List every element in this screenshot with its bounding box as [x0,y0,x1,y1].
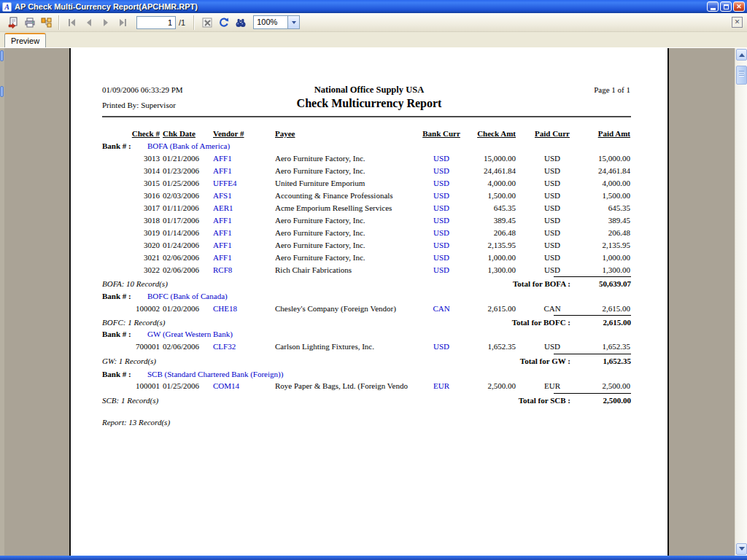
report-page: 01/09/2006 06:33:29 PM National Office S… [69,48,669,556]
paid-amount: 24,461.84 [554,166,630,175]
zoom-dropdown-button[interactable] [287,16,299,28]
check-date: 02/06/2006 [163,265,209,274]
binoculars-search-icon [235,17,247,28]
bank-name-link[interactable]: BOFC (Bank of Canada) [147,292,228,300]
next-page-icon [101,18,111,28]
check-number: 700001 [107,342,160,351]
group-total-label: Total for GW : [421,354,570,365]
check-amount: 1,300.00 [439,265,516,274]
check-amount: 2,500.00 [439,381,516,390]
vendor-link[interactable]: AFF1 [213,253,260,262]
table-row: 301602/03/2006AFS1Accounting & Finance P… [71,191,667,202]
check-amount: 1,652.35 [439,342,516,351]
toggle-group-tree-button[interactable] [38,15,55,31]
group-tree-splitter[interactable] [0,48,4,556]
paid-amount: 645.35 [554,203,630,212]
paid-amount: 1,500.00 [554,191,630,200]
col-payee: Payee [275,129,417,138]
payee: Aero Furniture Factory, Inc. [275,241,417,249]
app-icon: A [2,2,12,12]
tab-preview[interactable]: Preview [4,33,46,47]
payee: Aero Furniture Factory, Inc. [275,216,417,225]
check-amount: 1,500.00 [439,191,516,200]
vendor-link[interactable]: AFF1 [213,216,260,225]
vendor-link[interactable]: CHE18 [213,304,260,313]
report-preview-window: A AP Check Multi-Currency Report(APCHMR.… [0,0,747,560]
check-number: 3019 [107,228,160,237]
vendor-link[interactable]: COM14 [213,381,260,390]
splitter-handle[interactable] [0,86,4,97]
check-number: 3016 [107,191,160,200]
bank-name-link[interactable]: GW (Great Western Bank) [147,330,233,338]
vendor-link[interactable]: AFF1 [213,154,260,163]
stop-loading-button[interactable] [198,15,215,31]
bank-label: Bank # : [102,292,131,300]
paid-amount: 2,500.00 [554,381,630,390]
table-row: 10000201/20/2006CHE18Chesley's Company (… [71,304,667,315]
scroll-up-button[interactable] [736,49,747,61]
vendor-link[interactable]: AFF1 [213,241,260,249]
col-vendor: Vendor # [213,129,260,138]
restore-button[interactable] [720,1,732,12]
page-number-input[interactable] [136,16,176,29]
group-header-row: Bank # : BOFC (Bank of Canada) [71,292,667,303]
group-total-amount: 1,652.35 [554,354,631,365]
vendor-link[interactable]: RCF8 [213,265,260,274]
group-record-count: GW: 1 Record(s) [102,354,156,365]
group-header-row: Bank # : SCB (Standard Chartered Bank (F… [71,370,667,381]
payee: Rich Chair Fabrications [275,265,417,274]
col-paid-amt: Paid Amt [554,129,630,138]
export-button[interactable] [4,15,21,31]
vendor-link[interactable]: UFFE4 [213,179,260,187]
search-button[interactable] [232,15,249,31]
vendor-link[interactable]: AFF1 [213,166,260,175]
check-number: 100001 [107,381,160,390]
chevron-down-icon [739,547,745,553]
first-page-button[interactable] [63,15,80,31]
check-number: 3020 [107,241,160,249]
check-date: 01/17/2006 [163,216,209,225]
check-amount: 645.35 [439,203,516,212]
group-footer-row: GW: 1 Record(s) Total for GW : 1,652.35 [71,354,667,367]
group-total-label: Total for SCB : [421,393,570,405]
bank-name-link[interactable]: SCB (Standard Chartered Bank (Foreign)) [147,370,283,378]
minimize-button[interactable] [707,1,719,12]
paid-amount: 1,300.00 [554,265,630,274]
check-date: 01/25/2006 [163,179,209,187]
vertical-scrollbar[interactable] [735,48,747,556]
check-number: 3013 [107,154,160,163]
report-page-label: Page 1 of 1 [594,85,630,94]
header-separator-line [102,116,631,117]
splitter-handle[interactable] [0,50,4,61]
bank-name-link[interactable]: BOFA (Bank of America) [147,141,230,150]
check-amount: 389.45 [439,216,516,225]
scroll-down-button[interactable] [736,543,747,555]
scrollbar-thumb[interactable] [736,66,747,85]
group-total-amount: 2,500.00 [554,393,631,405]
paid-amount: 1,652.35 [554,342,630,351]
refresh-button[interactable] [215,15,232,31]
bank-label: Bank # : [102,370,131,378]
vendor-link[interactable]: CLF32 [213,342,260,351]
vendor-link[interactable]: AFF1 [213,228,260,237]
previous-page-button[interactable] [80,15,97,31]
bank-label: Bank # : [102,141,131,150]
group-footer-row: SCB: 1 Record(s) Total for SCB : 2,500.0… [71,393,667,406]
last-page-button[interactable] [114,15,131,31]
payee: Aero Furniture Factory, Inc. [275,253,417,262]
close-preview-button[interactable]: ✕ [732,17,743,28]
check-amount: 1,000.00 [439,253,516,262]
check-number: 3021 [107,253,160,262]
check-amount: 15,000.00 [439,154,516,163]
print-button[interactable] [21,15,38,31]
vendor-link[interactable]: AER1 [213,203,260,212]
zoom-select[interactable]: 100% [253,15,300,29]
vendor-link[interactable]: AFS1 [213,191,260,200]
check-date: 01/20/2006 [163,304,209,313]
next-page-button[interactable] [97,15,114,31]
check-amount: 24,461.84 [439,166,516,175]
close-button[interactable]: ✕ [733,1,745,12]
group-record-count: BOFA: 10 Record(s) [102,276,168,288]
print-icon [24,17,36,28]
check-date: 01/24/2006 [163,241,209,249]
